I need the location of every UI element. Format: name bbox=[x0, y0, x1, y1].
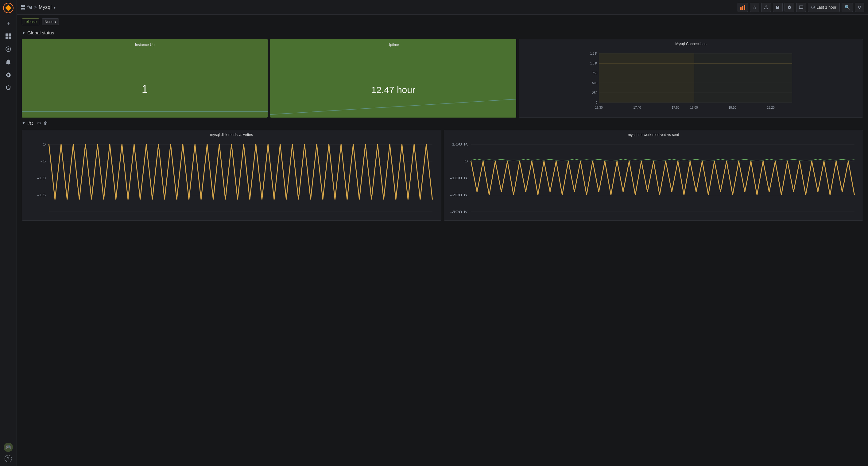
io-settings-btn[interactable]: ⚙ bbox=[36, 120, 42, 126]
svg-text:-15: -15 bbox=[37, 193, 46, 197]
uptime-sparkline bbox=[270, 93, 516, 118]
sidebar-item-alerting[interactable] bbox=[3, 57, 14, 67]
svg-point-23 bbox=[789, 7, 790, 8]
tv-btn[interactable] bbox=[796, 3, 806, 12]
network-chart-container: 100 K 0 -100 K -200 K -300 K bbox=[446, 138, 861, 218]
svg-point-13 bbox=[7, 74, 9, 76]
io-section-header: ▼ I/O ⚙ 🗑 bbox=[22, 120, 863, 126]
instance-up-title: Instance Up bbox=[26, 43, 264, 47]
svg-rect-4 bbox=[5, 36, 8, 39]
main-area: fat > Mysql ▾ ☆ bbox=[17, 0, 868, 466]
svg-point-6 bbox=[6, 46, 11, 52]
breadcrumb-separator: > bbox=[34, 5, 37, 10]
svg-rect-16 bbox=[21, 5, 23, 7]
search-btn[interactable]: 🔍 bbox=[842, 3, 853, 12]
svg-text:1.0 K: 1.0 K bbox=[590, 62, 598, 65]
svg-point-7 bbox=[8, 49, 9, 50]
content-area: release None ▾ ▼ Global status Instance … bbox=[17, 15, 868, 466]
svg-text:750: 750 bbox=[592, 71, 597, 75]
select-chevron-icon: ▾ bbox=[55, 20, 56, 24]
network-chart-title: mysql network received vs sent bbox=[446, 133, 861, 137]
svg-text:18:10: 18:10 bbox=[728, 106, 736, 109]
user-avatar[interactable]: 🎮 bbox=[4, 443, 13, 452]
svg-text:-5: -5 bbox=[40, 160, 46, 163]
disk-chart-container: 0 -5 -10 -15 bbox=[25, 138, 439, 218]
global-status-section: ▼ Global status Instance Up 1 Uptime bbox=[22, 30, 863, 118]
svg-rect-5 bbox=[9, 36, 11, 39]
svg-text:18:20: 18:20 bbox=[767, 106, 774, 109]
svg-text:-100 K: -100 K bbox=[450, 177, 468, 180]
time-range-label: Last 1 hour bbox=[816, 5, 836, 9]
star-btn[interactable]: ☆ bbox=[750, 3, 760, 12]
svg-rect-41 bbox=[599, 54, 694, 102]
svg-text:-300 K: -300 K bbox=[450, 210, 468, 214]
instance-up-panel: Instance Up 1 bbox=[22, 39, 268, 118]
io-section-actions: ⚙ 🗑 bbox=[36, 120, 49, 126]
disk-chart-title: mysql disk reads vs writes bbox=[25, 133, 439, 137]
svg-rect-22 bbox=[744, 5, 745, 10]
io-section: ▼ I/O ⚙ 🗑 mysql disk reads vs writes bbox=[22, 120, 863, 221]
graph-icon-btn[interactable] bbox=[738, 3, 748, 12]
collapse-global-icon[interactable]: ▼ bbox=[22, 31, 26, 35]
svg-rect-19 bbox=[23, 8, 25, 9]
save-btn[interactable] bbox=[773, 3, 783, 12]
svg-rect-18 bbox=[21, 8, 23, 9]
sidebar-item-settings[interactable] bbox=[3, 69, 14, 81]
time-range-btn[interactable]: Last 1 hour bbox=[808, 3, 840, 12]
io-charts-grid: mysql disk reads vs writes 0 -5 bbox=[22, 130, 863, 221]
breadcrumb: fat > Mysql ▾ bbox=[21, 5, 56, 10]
svg-rect-20 bbox=[740, 7, 742, 10]
svg-text:1.3 K: 1.3 K bbox=[590, 52, 598, 55]
network-panel: mysql network received vs sent 100 K 0 bbox=[444, 130, 863, 221]
none-select[interactable]: None ▾ bbox=[42, 19, 59, 25]
sidebar-item-shield[interactable] bbox=[3, 82, 14, 93]
connections-chart-container: 1.3 K 1.0 K 750 500 250 0 bbox=[522, 47, 860, 115]
svg-text:17:40: 17:40 bbox=[633, 106, 641, 109]
svg-text:🔶: 🔶 bbox=[5, 5, 12, 11]
svg-text:250: 250 bbox=[592, 91, 597, 95]
io-delete-btn[interactable]: 🗑 bbox=[43, 120, 49, 126]
release-filter-tag[interactable]: release bbox=[22, 19, 39, 25]
global-status-title: Global status bbox=[27, 30, 54, 35]
mysql-connections-panel: Mysql Connections 1.3 K 1.0 bbox=[519, 39, 863, 118]
io-section-title: I/O bbox=[27, 121, 33, 126]
uptime-title: Uptime bbox=[274, 43, 512, 47]
svg-rect-17 bbox=[23, 5, 25, 7]
svg-text:100 K: 100 K bbox=[452, 143, 468, 146]
dropdown-icon[interactable]: ▾ bbox=[54, 5, 56, 10]
collapse-io-icon[interactable]: ▼ bbox=[22, 121, 26, 125]
sidebar-item-explore[interactable] bbox=[3, 43, 14, 55]
sidebar-item-add[interactable]: + bbox=[3, 18, 14, 29]
svg-rect-12 bbox=[8, 64, 9, 64]
instance-up-value: 1 bbox=[26, 83, 264, 96]
global-status-header: ▼ Global status bbox=[22, 30, 863, 35]
svg-text:500: 500 bbox=[592, 81, 597, 85]
sidebar-item-dashboard[interactable] bbox=[3, 31, 14, 42]
topbar-actions: ☆ bbox=[738, 3, 864, 12]
help-icon[interactable]: ? bbox=[5, 455, 12, 462]
svg-text:-200 K: -200 K bbox=[450, 193, 468, 197]
svg-text:🎮: 🎮 bbox=[5, 444, 11, 450]
svg-rect-24 bbox=[799, 6, 803, 9]
svg-text:0: 0 bbox=[464, 160, 468, 163]
svg-text:18:00: 18:00 bbox=[690, 106, 698, 109]
svg-text:0: 0 bbox=[42, 143, 46, 146]
settings-btn[interactable] bbox=[784, 3, 794, 12]
breadcrumb-org[interactable]: fat bbox=[27, 5, 32, 10]
svg-text:0: 0 bbox=[595, 101, 597, 104]
share-btn[interactable] bbox=[761, 3, 771, 12]
svg-rect-3 bbox=[9, 33, 11, 36]
svg-text:-10: -10 bbox=[37, 177, 46, 180]
filter-bar: release None ▾ bbox=[22, 19, 863, 25]
disk-reads-writes-panel: mysql disk reads vs writes 0 -5 bbox=[22, 130, 441, 221]
svg-text:17:50: 17:50 bbox=[672, 106, 679, 109]
svg-text:17:30: 17:30 bbox=[595, 106, 602, 109]
global-status-panels: Instance Up 1 Uptime 12.47 hour bbox=[22, 39, 863, 118]
instance-up-sparkline bbox=[22, 99, 268, 118]
connections-chart-title: Mysql Connections bbox=[522, 42, 860, 46]
grafana-logo[interactable]: 🔶 bbox=[3, 2, 14, 13]
dashboard-title: Mysql ▾ bbox=[39, 5, 56, 10]
svg-rect-2 bbox=[5, 33, 8, 36]
home-icon[interactable] bbox=[21, 5, 26, 10]
refresh-btn[interactable]: ↻ bbox=[855, 3, 864, 12]
